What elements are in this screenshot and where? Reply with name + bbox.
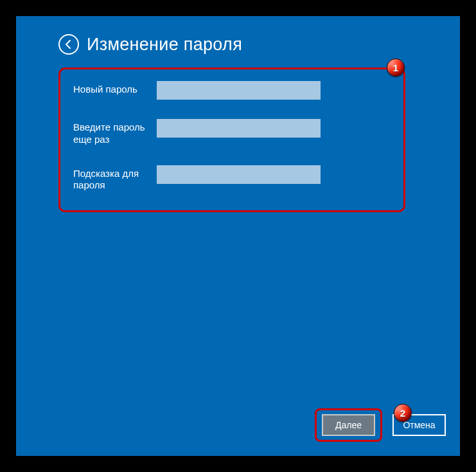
- row-confirm-password: Введите пароль еще раз: [73, 119, 391, 146]
- label-hint: Подсказка для пароля: [73, 165, 157, 192]
- back-icon[interactable]: [58, 34, 79, 55]
- change-password-window: Изменение пароля Новый пароль Введите па…: [16, 16, 460, 456]
- row-hint: Подсказка для пароля: [73, 165, 391, 192]
- footer: Далее Отмена: [315, 408, 446, 442]
- header: Изменение пароля: [16, 16, 460, 55]
- page-title: Изменение пароля: [87, 35, 242, 55]
- callout-badge-2: 2: [394, 404, 412, 422]
- next-highlight-box: Далее: [315, 408, 382, 442]
- new-password-input[interactable]: [157, 81, 321, 100]
- form-highlight-box: Новый пароль Введите пароль еще раз Подс…: [58, 68, 405, 212]
- callout-badge-1: 1: [387, 59, 405, 77]
- password-hint-input[interactable]: [157, 165, 321, 184]
- label-new-password: Новый пароль: [73, 81, 157, 96]
- next-button[interactable]: Далее: [322, 414, 375, 436]
- confirm-password-input[interactable]: [157, 119, 321, 138]
- row-new-password: Новый пароль: [73, 81, 391, 100]
- label-confirm-password: Введите пароль еще раз: [73, 119, 157, 146]
